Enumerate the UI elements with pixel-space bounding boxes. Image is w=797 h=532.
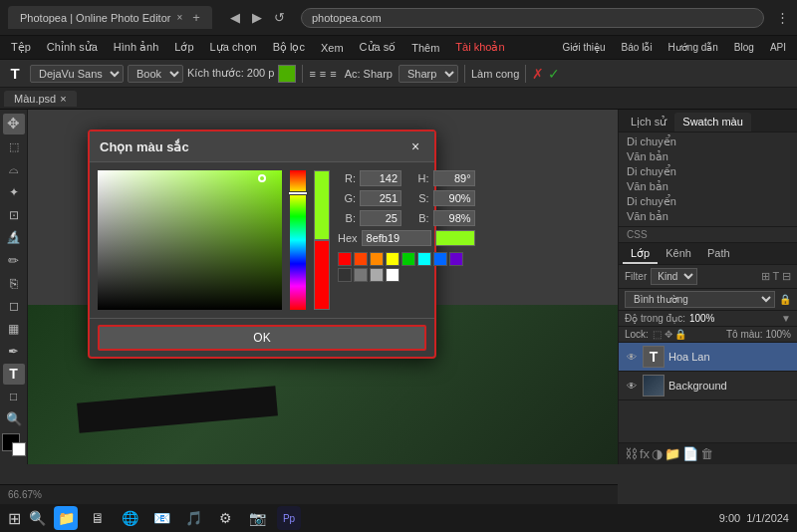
s-input[interactable] bbox=[433, 190, 475, 206]
swatch-dark[interactable] bbox=[338, 268, 352, 282]
gradient-tool[interactable]: ▦ bbox=[3, 318, 25, 339]
background-color[interactable] bbox=[12, 442, 26, 456]
gradient-picker[interactable] bbox=[98, 170, 282, 310]
taskbar-icon-music[interactable]: 🎵 bbox=[181, 506, 205, 530]
windows-start-btn[interactable]: ⊞ bbox=[8, 509, 21, 528]
menu-tai-khoan[interactable]: Tài khoản bbox=[448, 39, 511, 56]
layer-hoa-lan-eye[interactable]: 👁 bbox=[625, 350, 639, 364]
tab-lich-su[interactable]: Lịch sử bbox=[623, 113, 674, 132]
menu-api[interactable]: API bbox=[763, 40, 793, 55]
menu-cua-so[interactable]: Cửa số bbox=[353, 39, 403, 56]
file-tab-close[interactable]: × bbox=[60, 93, 66, 105]
taskbar-icon-desktop[interactable]: 🖥 bbox=[86, 506, 110, 530]
brush-tool[interactable]: ✏ bbox=[3, 250, 25, 271]
align-right-icon[interactable]: ≡ bbox=[330, 68, 336, 80]
taskbar-search-btn[interactable]: 🔍 bbox=[29, 510, 46, 526]
add-style-btn[interactable]: fx bbox=[640, 446, 650, 461]
swatch-purple[interactable] bbox=[449, 252, 463, 266]
swatch-white[interactable] bbox=[386, 268, 399, 282]
tab-swatch[interactable]: Swatch màu bbox=[674, 113, 751, 132]
link-layers-btn[interactable]: ⛓ bbox=[625, 446, 638, 461]
taskbar-icon-explorer[interactable]: 📁 bbox=[54, 506, 78, 530]
delete-layer-btn[interactable]: 🗑 bbox=[700, 446, 713, 461]
layer-bg-eye[interactable]: 👁 bbox=[625, 379, 639, 393]
add-mask-btn[interactable]: ◑ bbox=[652, 446, 663, 461]
tab-close-btn[interactable]: × bbox=[176, 12, 182, 23]
color-picker-close-btn[interactable]: × bbox=[406, 137, 424, 155]
clone-tool[interactable]: ⎘ bbox=[3, 273, 25, 294]
swatch-lightgray[interactable] bbox=[370, 268, 384, 282]
filter-kind-select[interactable]: Kind bbox=[651, 268, 697, 285]
font-select[interactable]: DejaVu Sans bbox=[30, 65, 124, 83]
eraser-tool[interactable]: ◻ bbox=[3, 296, 25, 317]
eyedropper-tool[interactable]: 🔬 bbox=[3, 227, 25, 248]
new-group-btn[interactable]: 📁 bbox=[664, 446, 680, 461]
weight-select[interactable]: Book bbox=[128, 65, 183, 83]
taskbar-icon-edge[interactable]: 🌐 bbox=[118, 506, 141, 530]
swatch-orange2[interactable] bbox=[370, 252, 384, 266]
tab-kenh[interactable]: Kênh bbox=[658, 245, 699, 264]
taskbar-icon-photopea[interactable]: Pp bbox=[277, 506, 301, 530]
browser-tab[interactable]: Photopea | Online Photo Editor × + bbox=[8, 6, 212, 29]
menu-gioi-thieu[interactable]: Giới thiệu bbox=[555, 40, 612, 55]
menu-them[interactable]: Thêm bbox=[404, 40, 446, 56]
swatch-cyan[interactable] bbox=[417, 252, 431, 266]
refresh-btn[interactable]: ↺ bbox=[270, 8, 289, 27]
h-input[interactable] bbox=[433, 170, 475, 186]
crop-tool[interactable]: ⊡ bbox=[3, 204, 25, 225]
tab-path[interactable]: Path bbox=[699, 245, 738, 264]
menu-huong-dan[interactable]: Hướng dẫn bbox=[662, 40, 725, 55]
menu-chinh-sua[interactable]: Chỉnh sửa bbox=[40, 39, 105, 56]
blend-mode-select[interactable]: Bình thường bbox=[625, 291, 775, 308]
pen-tool[interactable]: ✒ bbox=[3, 341, 25, 362]
b-input[interactable] bbox=[360, 210, 401, 226]
hue-slider[interactable] bbox=[290, 170, 306, 310]
shape-tool[interactable]: □ bbox=[3, 387, 25, 407]
align-center-icon[interactable]: ≡ bbox=[320, 68, 326, 80]
taskbar-icon-settings[interactable]: ⚙ bbox=[213, 506, 237, 530]
b2-input[interactable] bbox=[433, 210, 475, 226]
cancel-tool-btn[interactable]: ✗ bbox=[532, 66, 544, 82]
swatch-blue[interactable] bbox=[433, 252, 447, 266]
align-left-icon[interactable]: ≡ bbox=[309, 68, 315, 80]
file-tab-mau-psd[interactable]: Màu.psd × bbox=[4, 91, 77, 107]
g-input[interactable] bbox=[360, 190, 401, 206]
new-tab-btn[interactable]: + bbox=[192, 10, 200, 25]
swatch-orange[interactable] bbox=[354, 252, 368, 266]
menu-xem[interactable]: Xem bbox=[314, 40, 351, 56]
new-layer-btn[interactable]: 📄 bbox=[682, 446, 698, 461]
text-tool-icon[interactable]: T bbox=[4, 63, 26, 85]
swatch-yellow[interactable] bbox=[386, 252, 399, 266]
select-tool[interactable]: ⬚ bbox=[3, 136, 25, 157]
menu-blog[interactable]: Blog bbox=[727, 40, 761, 55]
text-color-box[interactable] bbox=[278, 65, 296, 83]
back-btn[interactable]: ◀ bbox=[226, 8, 244, 27]
menu-lop[interactable]: Lớp bbox=[167, 39, 200, 56]
menu-tep[interactable]: Tệp bbox=[4, 39, 38, 56]
text-tool[interactable]: T bbox=[3, 364, 25, 385]
magic-wand-tool[interactable]: ✦ bbox=[3, 181, 25, 202]
hex-input[interactable] bbox=[362, 230, 431, 246]
layer-background[interactable]: 👁 Background bbox=[619, 372, 797, 400]
extensions-icon[interactable]: ⋮ bbox=[776, 10, 789, 25]
swatch-green[interactable] bbox=[401, 252, 415, 266]
menu-lua-chon[interactable]: Lựa chọn bbox=[203, 39, 264, 56]
menu-bo-loc[interactable]: Bộ lọc bbox=[266, 39, 312, 56]
menu-hinh-anh[interactable]: Hình ảnh bbox=[107, 39, 166, 56]
menu-bao-loi[interactable]: Báo lỗi bbox=[615, 40, 660, 55]
swatch-red[interactable] bbox=[338, 252, 352, 266]
taskbar-icon-camera[interactable]: 📷 bbox=[245, 506, 269, 530]
r-input[interactable] bbox=[360, 170, 401, 186]
swatch-gray[interactable] bbox=[354, 268, 368, 282]
forward-btn[interactable]: ▶ bbox=[248, 8, 266, 27]
lasso-tool[interactable]: ⌓ bbox=[3, 159, 25, 180]
sharp-select[interactable]: Sharp bbox=[398, 65, 458, 83]
move-tool[interactable]: ✥ bbox=[3, 114, 25, 134]
confirm-tool-btn[interactable]: ✓ bbox=[548, 66, 560, 82]
tab-lop[interactable]: Lớp bbox=[623, 245, 658, 264]
layer-hoa-lan[interactable]: 👁 T Hoa Lan bbox=[619, 343, 797, 372]
ok-button[interactable]: OK bbox=[98, 325, 426, 351]
zoom-tool[interactable]: 🔍 bbox=[3, 409, 25, 430]
fg-bg-colors[interactable] bbox=[2, 433, 26, 456]
taskbar-icon-mail[interactable]: 📧 bbox=[149, 506, 173, 530]
